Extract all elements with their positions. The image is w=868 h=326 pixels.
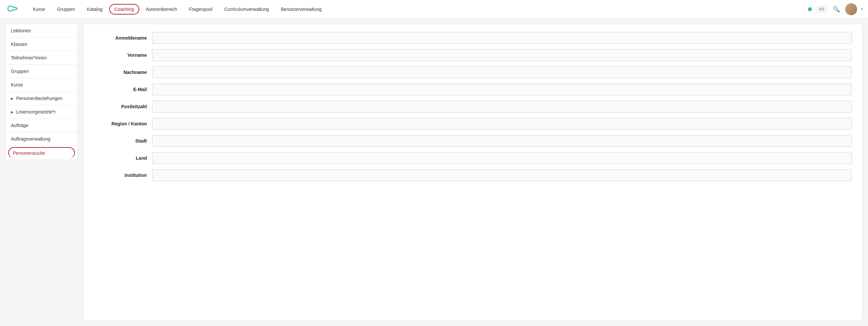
sidebar: LektionenKlassenTeilnehmer*innenGruppenK… xyxy=(5,24,78,160)
form-input-institution[interactable] xyxy=(152,169,852,181)
form-label-institution: Institution xyxy=(94,172,147,178)
sidebar-item-label: Aufträge xyxy=(11,123,28,128)
sidebar-item-auftr-ge[interactable]: Aufträge xyxy=(6,119,78,132)
form-row-vorname: Vorname xyxy=(94,49,852,61)
nav-item-gruppen[interactable]: Gruppen xyxy=(52,4,80,14)
sidebar-item-label: Personenbeziehungen xyxy=(16,96,62,101)
user-menu-chevron[interactable]: ▾ xyxy=(861,7,863,11)
form-input-nachname[interactable] xyxy=(152,66,852,78)
search-button[interactable]: 🔍 xyxy=(831,4,841,14)
form-row-nachname: Nachname xyxy=(94,66,852,78)
notification-badge[interactable]: 0/3 xyxy=(816,6,828,12)
form-row-anmeldename: Anmeldename xyxy=(94,32,852,44)
sidebar-item-label: Lektionen xyxy=(11,28,31,33)
sidebar-item-label: Linienvorgesetzte*r xyxy=(16,109,56,115)
form-row-region---kanton: Region / Kanton xyxy=(94,118,852,130)
form-label-land: Land xyxy=(94,155,147,161)
form-input-region---kanton[interactable] xyxy=(152,118,852,130)
sidebar-item-teilnehmer-innen[interactable]: Teilnehmer*innen xyxy=(6,51,78,65)
sidebar-item-linienvorgesetzte-r[interactable]: ▶Linienvorgesetzte*r xyxy=(6,105,78,119)
form-input-anmeldename[interactable] xyxy=(152,32,852,44)
nav-item-autorenbereich[interactable]: Autorenbereich xyxy=(141,4,183,14)
main-container: LektionenKlassenTeilnehmer*innenGruppenK… xyxy=(0,19,868,326)
sidebar-item-lektionen[interactable]: Lektionen xyxy=(6,24,78,38)
form-row-postleitzahl: Postleitzahl xyxy=(94,101,852,112)
sidebar-item-label: Kurse xyxy=(11,82,23,88)
form-label-postleitzahl: Postleitzahl xyxy=(94,104,147,109)
form-input-land[interactable] xyxy=(152,152,852,164)
form-row-institution: Institution xyxy=(94,169,852,181)
user-avatar[interactable] xyxy=(845,3,857,15)
top-navigation: KurseGruppenKatalogCoachingAutorenbereic… xyxy=(0,0,868,19)
sidebar-item-label: Klassen xyxy=(11,41,27,47)
sidebar-arrow-icon: ▶ xyxy=(11,97,13,100)
nav-item-fragenpool[interactable]: Fragenpool xyxy=(184,4,218,14)
sidebar-item-kurse[interactable]: Kurse xyxy=(6,78,78,92)
nav-right-area: 0/3 🔍 ▾ xyxy=(808,3,863,15)
avatar-image xyxy=(845,3,857,15)
nav-item-curriculumverwaltung[interactable]: Curriculumverwaltung xyxy=(219,4,274,14)
sidebar-item-personensuche[interactable]: Personensuche xyxy=(8,147,75,158)
form-row-land: Land xyxy=(94,152,852,164)
form-input-vorname[interactable] xyxy=(152,49,852,61)
nav-item-kurse[interactable]: Kurse xyxy=(28,4,51,14)
form-label-region---kanton: Region / Kanton xyxy=(94,121,147,126)
sidebar-item-label: Auftragsverwaltung xyxy=(11,136,51,141)
sidebar-item-gruppen[interactable]: Gruppen xyxy=(6,65,78,78)
form-input-stadt[interactable] xyxy=(152,135,852,147)
online-status-indicator xyxy=(808,7,812,11)
form-input-postleitzahl[interactable] xyxy=(152,101,852,112)
sidebar-item-label: Teilnehmer*innen xyxy=(11,55,46,60)
nav-links: KurseGruppenKatalogCoachingAutorenbereic… xyxy=(28,4,808,14)
form-row-e-mail: E-Mail xyxy=(94,84,852,95)
sidebar-arrow-icon: ▶ xyxy=(11,110,13,114)
app-logo[interactable] xyxy=(5,4,20,14)
sidebar-item-klassen[interactable]: Klassen xyxy=(6,38,78,51)
nav-item-coaching[interactable]: Coaching xyxy=(109,4,139,14)
form-label-vorname: Vorname xyxy=(94,53,147,58)
form-label-anmeldename: Anmeldename xyxy=(94,35,147,41)
form-row-stadt: Stadt xyxy=(94,135,852,147)
form-input-e-mail[interactable] xyxy=(152,84,852,95)
nav-item-katalog[interactable]: Katalog xyxy=(82,4,107,14)
form-label-stadt: Stadt xyxy=(94,138,147,143)
sidebar-item-label: Gruppen xyxy=(11,69,29,74)
nav-item-benutzerverwaltung[interactable]: Benutzerverwaltung xyxy=(276,4,327,14)
sidebar-item-auftragsverwaltung[interactable]: Auftragsverwaltung xyxy=(6,132,78,146)
form-label-nachname: Nachname xyxy=(94,70,147,75)
sidebar-item-label: Personensuche xyxy=(13,151,45,156)
sidebar-item-personenbeziehungen[interactable]: ▶Personenbeziehungen xyxy=(6,92,78,105)
form-area: AnmeldenameVornameNachnameE-MailPostleit… xyxy=(83,24,863,321)
form-label-e-mail: E-Mail xyxy=(94,87,147,92)
